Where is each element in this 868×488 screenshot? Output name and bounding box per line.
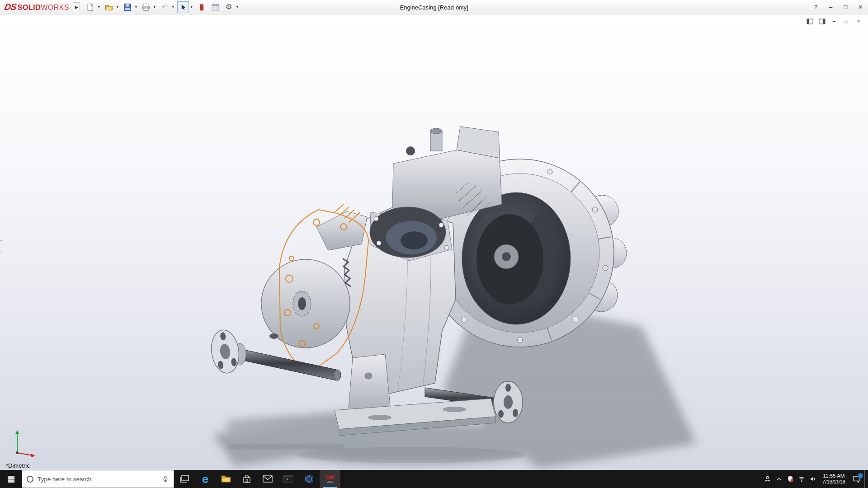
hexagon-app-icon [304, 474, 314, 484]
undo-icon: ↶ [161, 3, 167, 11]
security-tray-button[interactable] [785, 470, 796, 488]
doc-restore-button[interactable]: □ [842, 17, 850, 25]
quick-access-toolbar: ▾ ▾ ▾ [85, 1, 241, 13]
solidworks-app-icon: SW 2017 [324, 473, 336, 485]
taskbar-solidworks-button[interactable]: SW 2017 [320, 470, 340, 488]
document-title: EngineCasing [Read-only] [400, 0, 468, 14]
file-properties-button[interactable] [209, 1, 221, 13]
system-tray: 11:55 AM 7/13/2018 3 [762, 470, 868, 488]
logo-text-works: WORKS [41, 4, 69, 12]
notification-badge: 3 [858, 473, 863, 479]
flyout-arrow-icon: ▶ [75, 5, 78, 9]
store-icon [242, 474, 252, 484]
app-titlebar: DS SOLID WORKS ▶ ▾ [0, 0, 868, 14]
gear-icon: ⚙ [226, 2, 232, 12]
cortana-icon [27, 476, 33, 483]
taskbar-file-explorer-button[interactable] [216, 470, 236, 488]
options-button[interactable]: ⚙ [223, 1, 235, 13]
task-view-button[interactable] [174, 470, 195, 488]
taskbar-terminal-button[interactable]: >_ [278, 470, 299, 488]
new-document-icon [86, 3, 95, 12]
save-floppy-icon [123, 3, 132, 12]
graphics-viewport[interactable]: – □ × *Dimetric [0, 14, 868, 470]
mail-icon [262, 475, 273, 483]
search-input[interactable] [38, 476, 158, 483]
doc-close-button[interactable]: × [854, 17, 863, 25]
chevron-up-icon [776, 476, 782, 482]
minimize-button[interactable]: – [823, 0, 838, 14]
clock-time: 11:55 AM [822, 473, 845, 479]
clock-date: 7/13/2018 [822, 479, 845, 485]
logo-text-solid: SOLID [18, 4, 41, 12]
open-folder-icon [104, 3, 113, 12]
window-controls: ? – □ × [808, 0, 868, 14]
open-button[interactable] [103, 1, 115, 13]
edge-icon: e [202, 474, 208, 485]
taskbar-hexagon-app-button[interactable] [299, 470, 320, 488]
help-button[interactable]: ? [808, 0, 823, 14]
close-button[interactable]: × [853, 0, 868, 14]
save-dropdown[interactable]: ▾ [133, 1, 138, 13]
terminal-prompt-glyph: >_ [286, 478, 291, 482]
file-explorer-icon [221, 474, 231, 483]
options-dropdown[interactable]: ▾ [235, 1, 240, 13]
select-tool-button[interactable] [177, 1, 189, 13]
taskbar-mail-button[interactable] [257, 470, 278, 488]
print-button[interactable] [140, 1, 152, 13]
pane-left-icon [807, 19, 813, 24]
pane-right-toggle[interactable] [818, 17, 826, 25]
show-desktop-button[interactable] [864, 470, 868, 488]
print-dropdown[interactable]: ▾ [152, 1, 157, 13]
taskbar-clock[interactable]: 11:55 AM 7/13/2018 [819, 470, 849, 488]
sw-icon-text: SW [326, 474, 335, 480]
new-document-dropdown[interactable]: ▾ [96, 1, 101, 13]
task-view-icon [179, 474, 189, 483]
sw-icon-year: 2017 [327, 480, 333, 483]
network-tray-button[interactable] [796, 470, 807, 488]
action-center-button[interactable]: 3 [849, 470, 864, 488]
taskbar-edge-button[interactable]: e [195, 470, 216, 488]
xpress-products-icon [198, 3, 206, 12]
pane-right-icon [819, 19, 826, 24]
windows-logo-icon [8, 476, 14, 483]
properties-sheet-icon [211, 3, 220, 12]
doc-minimize-button[interactable]: – [830, 17, 838, 25]
document-window-controls: – □ × [806, 17, 863, 25]
save-button[interactable] [122, 1, 133, 13]
volume-tray-button[interactable] [807, 470, 819, 488]
windows-taskbar: e [0, 470, 868, 488]
screen: DS SOLID WORKS ▶ ▾ [0, 0, 868, 488]
left-panel-collapsed-tab[interactable] [0, 240, 3, 253]
person-icon [764, 475, 771, 483]
security-shield-icon [787, 475, 794, 483]
start-button[interactable] [0, 470, 22, 488]
taskbar-store-button[interactable] [236, 470, 257, 488]
orientation-triad [7, 427, 40, 458]
solidworks-logo: DS SOLID WORKS [5, 2, 69, 12]
view-orientation-label: *Dimetric [6, 462, 30, 469]
undo-dropdown[interactable]: ▾ [170, 1, 175, 13]
menu-flyout-button[interactable]: ▶ [73, 2, 80, 12]
hidden-icons-button[interactable] [774, 470, 785, 488]
microphone-icon[interactable] [162, 475, 169, 483]
pane-left-toggle[interactable] [806, 17, 814, 25]
undo-button[interactable]: ↶ [159, 1, 170, 13]
restore-button[interactable]: □ [838, 0, 853, 14]
taskbar-search[interactable] [22, 470, 174, 488]
ds-logo-icon: DS [4, 2, 17, 12]
engine-casing-model[interactable] [0, 14, 868, 470]
print-icon [142, 3, 151, 12]
open-dropdown[interactable]: ▾ [115, 1, 120, 13]
new-document-button[interactable] [85, 1, 96, 13]
speaker-icon [809, 475, 816, 483]
people-tray-button[interactable] [762, 470, 774, 488]
select-tool-dropdown[interactable]: ▾ [189, 1, 194, 13]
xpress-products-button[interactable] [196, 1, 208, 13]
wifi-icon [798, 475, 805, 483]
select-cursor-icon [179, 3, 187, 11]
